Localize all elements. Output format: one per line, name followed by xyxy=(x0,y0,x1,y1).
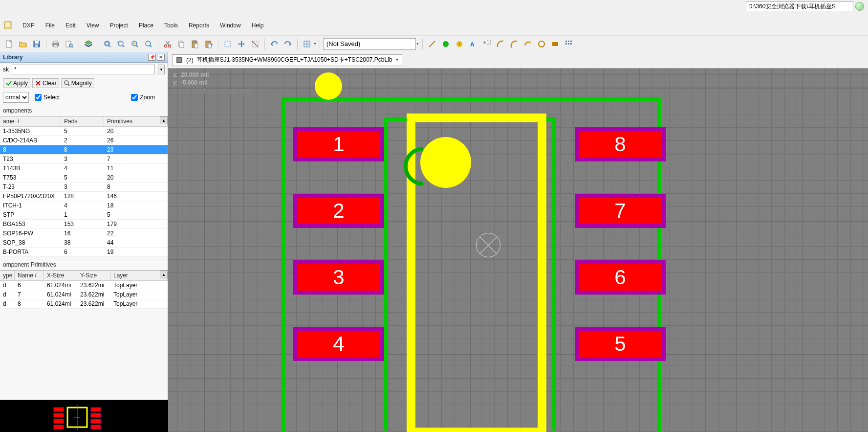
place-arc-any-button[interactable] xyxy=(521,38,534,50)
place-dimension-button[interactable]: +10,10 xyxy=(480,38,493,50)
cut-button[interactable] xyxy=(161,38,174,50)
component-row[interactable]: 8823 xyxy=(0,145,168,155)
place-via-button[interactable] xyxy=(439,38,452,50)
undo-button[interactable] xyxy=(268,38,281,50)
col-layer[interactable]: Layer xyxy=(110,271,168,280)
select-checkbox[interactable] xyxy=(35,94,42,101)
place-string-button[interactable]: A xyxy=(467,38,479,50)
component-row[interactable]: FP50P1720X2320X128146 xyxy=(0,192,168,201)
panel-pin-button[interactable]: 📌 xyxy=(148,54,156,61)
paste-button[interactable] xyxy=(189,38,201,50)
pad-1[interactable]: 1 xyxy=(293,127,384,161)
new-doc-button[interactable] xyxy=(3,38,16,50)
document-selector[interactable]: (2) 耳机插座SJ1-3535NG+WM8960CGEFL+TJA1050+S… xyxy=(172,54,402,66)
place-arc-center-button[interactable] xyxy=(494,38,507,50)
component-row[interactable]: T2337 xyxy=(0,155,168,164)
component-row[interactable]: SOP_383844 xyxy=(0,238,168,248)
component-row[interactable]: SOP16-PW1622 xyxy=(0,229,168,238)
mode-select[interactable]: ormal xyxy=(3,92,29,103)
component-row[interactable]: T143B411 xyxy=(0,164,168,173)
print-button[interactable] xyxy=(49,38,62,50)
menu-edit[interactable]: Edit xyxy=(61,18,81,32)
panel-close-button[interactable]: ✕ xyxy=(157,54,165,61)
menu-window[interactable]: Window xyxy=(215,18,246,32)
mask-input[interactable] xyxy=(12,65,155,74)
pad-7[interactable]: 7 xyxy=(575,194,666,228)
col-ys[interactable]: Y-Size xyxy=(77,271,110,280)
zoom-checkbox-label[interactable]: Zoom xyxy=(131,94,155,101)
paste-special-button[interactable]: + xyxy=(202,38,215,50)
primitive-row[interactable]: d861.024mi23.622miTopLayer xyxy=(0,299,168,309)
menu-tools[interactable]: Tools xyxy=(159,18,183,32)
svg-rect-14 xyxy=(106,42,108,45)
place-pad-button[interactable] xyxy=(453,38,466,50)
component-row[interactable]: BGA153153179 xyxy=(0,220,168,229)
menu-dxp[interactable]: DXP xyxy=(18,18,40,32)
file-path-input[interactable] xyxy=(746,1,853,11)
place-array-button[interactable] xyxy=(563,38,575,50)
place-line-button[interactable] xyxy=(426,38,438,50)
place-fill-button[interactable] xyxy=(549,38,562,50)
primitive-row[interactable]: d761.024mi23.622miTopLayer xyxy=(0,290,168,299)
col-type[interactable]: ype xyxy=(0,271,15,280)
move-button[interactable] xyxy=(235,38,248,50)
pcb-canvas[interactable]: x: 20.000 mil y: -5.000 mil Snap: 5mil E… xyxy=(168,68,868,432)
grid-button[interactable] xyxy=(301,38,313,50)
magnify-button[interactable]: Magnify xyxy=(61,78,94,88)
open-doc-button[interactable] xyxy=(17,38,29,50)
zoom-area-button[interactable] xyxy=(115,38,128,50)
zoom-checkbox[interactable] xyxy=(131,94,138,101)
primitive-row[interactable]: d661.024mi23.622miTopLayer xyxy=(0,281,168,290)
col-name[interactable]: ame / xyxy=(0,116,61,126)
component-row[interactable]: T-2338 xyxy=(0,182,168,192)
col-pname[interactable]: Name / xyxy=(15,271,44,280)
menu-place[interactable]: Place xyxy=(134,18,158,32)
select-checkbox-label[interactable]: Select xyxy=(35,94,60,101)
zoom-selected-button[interactable] xyxy=(129,38,141,50)
main-toolbar: + ▼ ▼ A +10,10 xyxy=(0,35,868,52)
component-row[interactable]: B-PORTA619 xyxy=(0,248,168,257)
place-arc-edge-button[interactable] xyxy=(508,38,521,50)
pad-2[interactable]: 2 xyxy=(293,194,384,228)
col-pads[interactable]: Pads xyxy=(61,116,104,126)
component-row[interactable]: T753520 xyxy=(0,173,168,182)
mask-dropdown[interactable]: ▼ xyxy=(158,65,165,74)
save-button[interactable] xyxy=(30,38,43,50)
select-rect-button[interactable] xyxy=(221,38,234,50)
pad-5[interactable]: 5 xyxy=(575,327,666,361)
layers-button[interactable] xyxy=(82,38,95,50)
prims-scroll-up-button[interactable]: ▲ xyxy=(160,271,168,278)
zoom-fit-button[interactable] xyxy=(101,38,114,50)
menu-reports[interactable]: Reports xyxy=(184,18,214,32)
copy-button[interactable] xyxy=(175,38,188,50)
menu-help[interactable]: Help xyxy=(247,18,269,32)
menu-file[interactable]: File xyxy=(41,18,60,32)
zoom-button[interactable] xyxy=(142,38,155,50)
preview-button[interactable] xyxy=(63,38,76,50)
component-row[interactable]: STP15 xyxy=(0,210,168,220)
col-prims[interactable]: Primitives xyxy=(104,116,168,126)
pad-8[interactable]: 8 xyxy=(575,127,666,161)
pad-6[interactable]: 6 xyxy=(575,260,666,295)
redo-button[interactable] xyxy=(282,38,294,50)
saved-state-select[interactable] xyxy=(323,38,416,50)
component-row[interactable]: ITCH-1418 xyxy=(0,201,168,210)
svg-rect-47 xyxy=(552,42,558,46)
component-row[interactable]: 1-3535NG520 xyxy=(0,127,168,136)
component-row[interactable]: C/DO-214AB226 xyxy=(0,136,168,145)
go-button[interactable] xyxy=(855,2,864,11)
place-full-circle-button[interactable] xyxy=(535,38,548,50)
svg-text:+10,10: +10,10 xyxy=(483,40,491,46)
clear-button[interactable]: Clear xyxy=(32,78,59,88)
pad-3[interactable]: 3 xyxy=(293,260,384,295)
deselect-button[interactable] xyxy=(249,38,261,50)
grid-dropdown-icon[interactable]: ▼ xyxy=(313,42,317,45)
menu-project[interactable]: Project xyxy=(105,18,133,32)
apply-button[interactable]: Apply xyxy=(3,78,30,88)
pad-4[interactable]: 4 xyxy=(293,327,384,361)
svg-rect-58 xyxy=(54,408,64,411)
saved-dropdown-icon[interactable]: ▼ xyxy=(416,42,419,45)
col-xs[interactable]: X-Size xyxy=(44,271,77,280)
menu-view[interactable]: View xyxy=(82,18,104,32)
scroll-up-button[interactable]: ▲ xyxy=(160,116,168,124)
